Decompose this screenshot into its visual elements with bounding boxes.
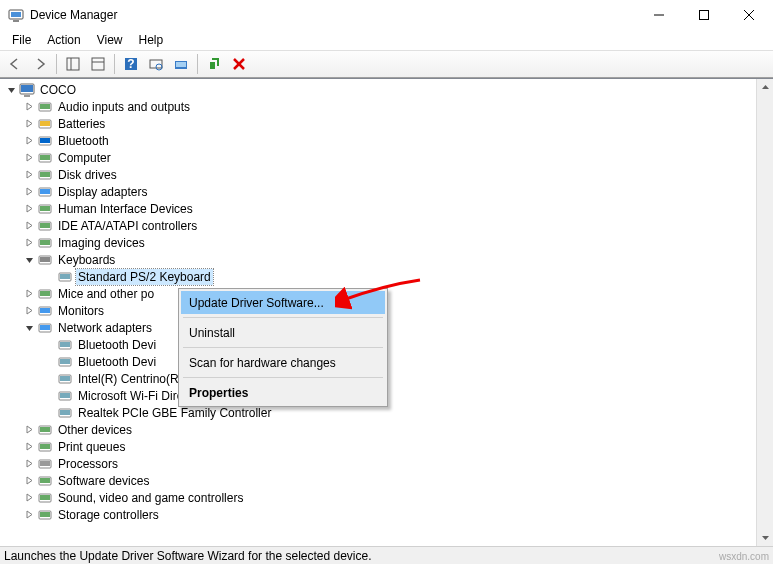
menu-action[interactable]: Action (39, 31, 88, 49)
svg-rect-34 (40, 189, 50, 194)
tree-category-label: Computer (56, 150, 113, 166)
help-button[interactable]: ? (120, 53, 142, 75)
expand-icon[interactable] (22, 236, 36, 250)
tree-category[interactable]: >Processors (0, 455, 773, 472)
tree-category[interactable]: >IDE ATA/ATAPI controllers (0, 217, 773, 234)
expand-icon[interactable] (22, 457, 36, 471)
tree-category-label: Human Interface Devices (56, 201, 195, 217)
svg-rect-56 (60, 376, 70, 381)
menu-help[interactable]: Help (131, 31, 172, 49)
device-icon: > (57, 388, 73, 404)
computer-icon (19, 82, 35, 98)
menu-view[interactable]: View (89, 31, 131, 49)
svg-rect-70 (40, 495, 50, 500)
category-icon: > (37, 473, 53, 489)
expand-icon[interactable] (22, 185, 36, 199)
scroll-down-button[interactable] (757, 529, 773, 546)
tree-category-label: Audio inputs and outputs (56, 99, 192, 115)
forward-button[interactable] (29, 53, 51, 75)
svg-rect-21 (21, 85, 33, 92)
context-update-driver[interactable]: Update Driver Software... (181, 291, 385, 314)
tree-category[interactable]: >Imaging devices (0, 234, 773, 251)
tree-category[interactable]: >Disk drives (0, 166, 773, 183)
device-icon: > (57, 371, 73, 387)
scrollbar-vertical[interactable] (756, 79, 773, 546)
context-properties[interactable]: Properties (181, 381, 385, 404)
tree-root[interactable]: COCO (0, 81, 773, 98)
context-menu: Update Driver Software... Uninstall Scan… (178, 288, 388, 407)
category-icon: > (37, 252, 53, 268)
tree-category[interactable]: >Computer (0, 149, 773, 166)
collapse-icon[interactable] (22, 321, 36, 335)
expand-icon[interactable] (22, 117, 36, 131)
tree-category[interactable]: >Batteries (0, 115, 773, 132)
menu-file[interactable]: File (4, 31, 39, 49)
enable-button[interactable] (203, 53, 225, 75)
tree-category-label: Software devices (56, 473, 151, 489)
scroll-up-button[interactable] (757, 79, 773, 96)
tree-category[interactable]: >Display adapters (0, 183, 773, 200)
expand-icon[interactable] (22, 508, 36, 522)
properties-button[interactable] (87, 53, 109, 75)
tree-category-label: Processors (56, 456, 120, 472)
context-uninstall[interactable]: Uninstall (181, 321, 385, 344)
tree-category[interactable]: >Keyboards (0, 251, 773, 268)
category-icon: > (37, 201, 53, 217)
tree-category[interactable]: >Sound, video and game controllers (0, 489, 773, 506)
svg-rect-24 (40, 104, 50, 109)
tree-category-label: Monitors (56, 303, 106, 319)
svg-rect-52 (60, 342, 70, 347)
back-button[interactable] (4, 53, 26, 75)
expand-icon[interactable] (22, 423, 36, 437)
tree-category[interactable]: >Software devices (0, 472, 773, 489)
tree-category[interactable]: >Human Interface Devices (0, 200, 773, 217)
category-icon: > (37, 286, 53, 302)
tree-category[interactable]: >Storage controllers (0, 506, 773, 523)
svg-rect-4 (699, 10, 708, 19)
expand-icon[interactable] (22, 491, 36, 505)
svg-rect-68 (40, 478, 50, 483)
category-icon: > (37, 456, 53, 472)
collapse-icon[interactable] (4, 83, 18, 97)
expand-icon[interactable] (22, 134, 36, 148)
collapse-icon[interactable] (22, 253, 36, 267)
expand-icon[interactable] (22, 287, 36, 301)
svg-rect-72 (40, 512, 50, 517)
close-button[interactable] (726, 0, 771, 29)
tree-category-label: Imaging devices (56, 235, 147, 251)
tree-category-label: Storage controllers (56, 507, 161, 523)
update-driver-button[interactable] (170, 53, 192, 75)
watermark: wsxdn.com (719, 551, 769, 562)
status-text: Launches the Update Driver Software Wiza… (4, 549, 372, 563)
tree-device[interactable]: >Standard PS/2 Keyboard (0, 268, 773, 285)
device-icon: > (57, 354, 73, 370)
tree-category[interactable]: >Bluetooth (0, 132, 773, 149)
context-separator (183, 347, 383, 348)
svg-rect-38 (40, 223, 50, 228)
device-icon: > (57, 337, 73, 353)
scan-hardware-button[interactable] (145, 53, 167, 75)
expand-icon[interactable] (22, 474, 36, 488)
tree-category[interactable]: >Print queues (0, 438, 773, 455)
minimize-button[interactable] (636, 0, 681, 29)
expand-icon[interactable] (22, 202, 36, 216)
uninstall-button[interactable] (228, 53, 250, 75)
maximize-button[interactable] (681, 0, 726, 29)
expand-icon[interactable] (22, 304, 36, 318)
svg-rect-7 (67, 58, 79, 70)
category-icon: > (37, 167, 53, 183)
svg-rect-54 (60, 359, 70, 364)
context-scan[interactable]: Scan for hardware changes (181, 351, 385, 374)
expand-icon[interactable] (22, 219, 36, 233)
expand-icon[interactable] (22, 168, 36, 182)
svg-rect-50 (40, 325, 50, 330)
expand-icon[interactable] (22, 440, 36, 454)
show-hide-tree-button[interactable] (62, 53, 84, 75)
expand-icon[interactable] (22, 151, 36, 165)
tree-category[interactable]: >Audio inputs and outputs (0, 98, 773, 115)
svg-rect-42 (40, 257, 50, 262)
tree-category[interactable]: >Other devices (0, 421, 773, 438)
svg-rect-64 (40, 444, 50, 449)
titlebar: Device Manager (0, 0, 773, 30)
expand-icon[interactable] (22, 100, 36, 114)
